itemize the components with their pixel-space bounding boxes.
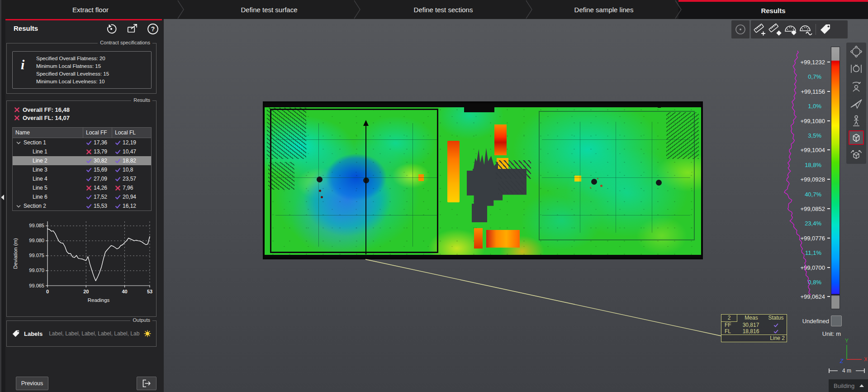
line-2-callout[interactable]: 2 Meas Status FF 30,817 FL 18,816 Line 2: [721, 314, 787, 342]
svg-text:99.080: 99.080: [29, 238, 44, 243]
chevron-down-icon[interactable]: [16, 204, 21, 208]
section-grid-line: [413, 123, 413, 247]
application-window: Extract floorDefine test surfaceDefine t…: [0, 0, 868, 392]
tab-results[interactable]: Results: [678, 0, 868, 19]
walk-view-button[interactable]: [849, 113, 864, 128]
pass-check-icon: [86, 158, 92, 164]
table-row-section-1[interactable]: Section 117,3612,19: [13, 138, 151, 147]
pass-check-icon: [773, 329, 778, 334]
local-fl-value: 23,57: [112, 176, 151, 182]
viewport-3d[interactable]: +99,12320,7%+99,11561,0%+99,10803,5%+99,…: [164, 19, 868, 392]
tab-define-test-surface[interactable]: Define test surface: [181, 0, 357, 19]
table-row-line-4[interactable]: Line 427,0923,57: [13, 174, 151, 183]
tab-define-test-sections[interactable]: Define test sections: [357, 0, 529, 19]
local-fl-value: 18,82: [112, 158, 151, 164]
reset-icon: [105, 23, 118, 35]
colorbar-percent-label: 1,0%: [808, 103, 821, 110]
table-row-line-3[interactable]: Line 315,6910,8: [13, 165, 151, 174]
pivot-point-button[interactable]: [733, 22, 748, 37]
tab-label: Extract floor: [72, 6, 109, 14]
z-axis-label: Z: [840, 358, 844, 364]
table-row-line-1[interactable]: Line 113,7910,47: [13, 147, 151, 156]
row-name: Section 2: [24, 203, 46, 209]
svg-text:20: 20: [83, 289, 89, 294]
svg-text:?: ?: [151, 25, 155, 33]
y-axis-label: Y: [845, 338, 849, 344]
pass-check-icon: [773, 323, 778, 328]
colorbar-percent-label: 0,7%: [808, 73, 821, 80]
table-row-section-2[interactable]: Section 215,5316,12: [13, 201, 151, 210]
colorbar-percent-label: 23,4%: [805, 220, 821, 227]
orbit-view-button[interactable]: [849, 44, 864, 59]
fly-view-button[interactable]: [849, 96, 864, 110]
local-ff-value: 17,52: [83, 194, 112, 200]
callout-ff-row: FF 30,817: [721, 322, 787, 328]
building-label: Building: [834, 382, 859, 389]
row-name: Line 2: [33, 158, 47, 164]
table-row-line-5[interactable]: Line 514,267,96: [13, 183, 151, 192]
spec-line: Minimum Local Levelness: 10: [36, 79, 105, 84]
first-person-icon: [849, 79, 863, 93]
floor-heatmap[interactable]: [263, 101, 703, 259]
orbit-icon: [849, 45, 863, 58]
turntable-view-button[interactable]: [849, 148, 864, 162]
section-grid-line: [318, 123, 319, 247]
tab-extract-floor[interactable]: Extract floor: [0, 0, 181, 19]
hot-spot: [486, 230, 519, 248]
table-row-line-2[interactable]: Line 230,8218,82: [13, 156, 151, 165]
section-grid-line: [542, 215, 690, 215]
tab-label: Results: [761, 7, 785, 14]
deviation-chart: 99.06599.07099.07599.08099.0850204053Rea…: [11, 217, 155, 307]
constrained-orbit-button[interactable]: [849, 62, 864, 76]
elevation-histogram-curve: [784, 51, 811, 295]
colorbar-tick: [827, 296, 830, 297]
pass-check-icon: [86, 167, 92, 173]
outputs-group: Outputs Labels Label, Label, Label, Labe…: [6, 320, 157, 347]
first-person-view-button[interactable]: [849, 79, 864, 93]
panel-collapse-arrow-icon[interactable]: [1, 195, 4, 200]
column-header-local-ff: Local FF: [83, 128, 112, 138]
toggle-labels-button[interactable]: [818, 22, 833, 37]
results-table-header: Name Local FF Local FL: [13, 128, 151, 138]
elevation-colorbar[interactable]: [831, 47, 840, 309]
previous-button[interactable]: Previous: [16, 377, 48, 390]
popout-button[interactable]: [126, 23, 139, 35]
remove-measurement-button[interactable]: [768, 22, 783, 37]
local-fl-value: 10,47: [112, 148, 151, 155]
add-measurement-button[interactable]: [752, 22, 768, 37]
axis-triad: Y X Z: [822, 336, 867, 366]
row-name: Line 1: [33, 148, 47, 155]
highlight-bulb-icon[interactable]: [143, 330, 152, 338]
table-row-line-6[interactable]: Line 617,5220,94: [13, 192, 151, 201]
undefined-color-swatch[interactable]: [831, 316, 842, 326]
spec-line: Specified Overall Flatness: 20: [36, 56, 105, 61]
tab-define-sample-lines[interactable]: Define sample lines: [529, 0, 678, 19]
colorbar-tick: [827, 149, 830, 150]
pass-check-icon: [115, 167, 121, 173]
erase-angle-button[interactable]: [783, 22, 798, 37]
group-legend: Results: [131, 97, 152, 103]
sample-line-2-arrow[interactable]: [365, 121, 366, 254]
x-axis-label: X: [864, 356, 867, 363]
scan-void: [265, 255, 701, 258]
local-fl-value: 16,12: [112, 203, 151, 209]
column-dot: [591, 179, 597, 185]
chevron-down-icon[interactable]: [16, 141, 21, 145]
reset-button[interactable]: [105, 23, 118, 35]
overall-fl: Overall FL: 14,07: [14, 115, 70, 121]
help-button[interactable]: ?: [147, 23, 159, 35]
colorbar-percent-label: 0,8%: [808, 279, 821, 286]
tab-label: Define sample lines: [574, 6, 634, 14]
colorbar-tick: [827, 208, 830, 209]
building-expander-button[interactable]: Building: [829, 379, 868, 392]
local-ff-value: 17,36: [83, 139, 112, 146]
chevron-up-icon: [859, 384, 864, 387]
view-cube-button[interactable]: [849, 130, 864, 145]
angle-measurement-button[interactable]: [798, 22, 814, 37]
callout-fl-row: FL 18,816: [721, 328, 787, 335]
row-name: Section 1: [24, 139, 46, 146]
tab-separator-icon: [177, 0, 185, 19]
export-button[interactable]: [137, 377, 157, 390]
svg-text:99.070: 99.070: [29, 268, 44, 273]
colorbar-percent-label: 18,8%: [805, 161, 821, 168]
